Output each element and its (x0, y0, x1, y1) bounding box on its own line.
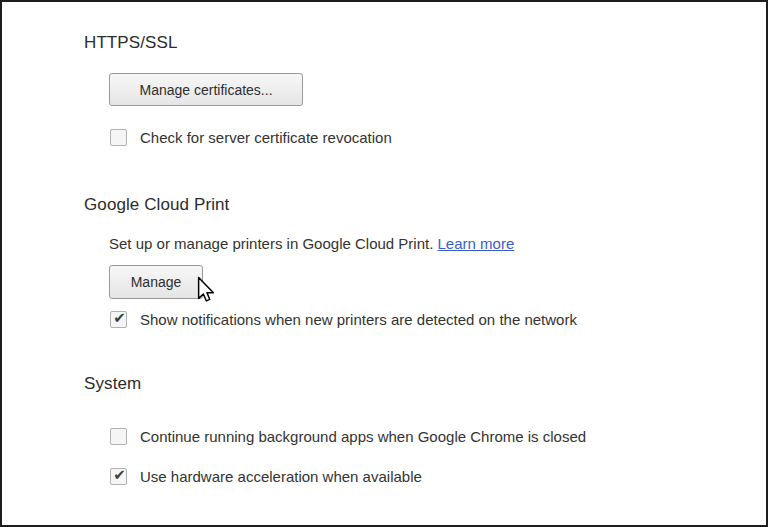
manage-certificates-button[interactable]: Manage certificates... (109, 73, 303, 106)
learn-more-link[interactable]: Learn more (438, 235, 515, 252)
background-apps-row[interactable]: Continue running background apps when Go… (110, 428, 586, 445)
show-notifications-label: Show notifications when new printers are… (140, 311, 577, 328)
section-title-https-ssl: HTTPS/SSL (84, 33, 177, 53)
section-title-google-cloud-print: Google Cloud Print (84, 195, 229, 215)
background-apps-label: Continue running background apps when Go… (140, 428, 586, 445)
cloud-print-description: Set up or manage printers in Google Clou… (109, 235, 433, 252)
checkmark-icon: ✔ (113, 467, 126, 482)
cloud-print-description-row: Set up or manage printers in Google Clou… (109, 235, 514, 252)
show-notifications-checkbox[interactable]: ✔ (110, 311, 127, 328)
hardware-acceleration-row[interactable]: ✔ Use hardware acceleration when availab… (110, 468, 422, 485)
manage-button[interactable]: Manage (109, 265, 203, 299)
show-notifications-row[interactable]: ✔ Show notifications when new printers a… (110, 311, 577, 328)
background-apps-checkbox[interactable] (110, 428, 127, 445)
section-title-system: System (84, 374, 141, 394)
check-revocation-label: Check for server certificate revocation (140, 129, 392, 146)
check-revocation-checkbox[interactable] (110, 129, 127, 146)
chrome-settings-page: HTTPS/SSL Manage certificates... Check f… (0, 0, 768, 527)
hardware-acceleration-checkbox[interactable]: ✔ (110, 468, 127, 485)
check-revocation-row[interactable]: Check for server certificate revocation (110, 129, 392, 146)
checkmark-icon: ✔ (113, 310, 126, 325)
hardware-acceleration-label: Use hardware acceleration when available (140, 468, 422, 485)
